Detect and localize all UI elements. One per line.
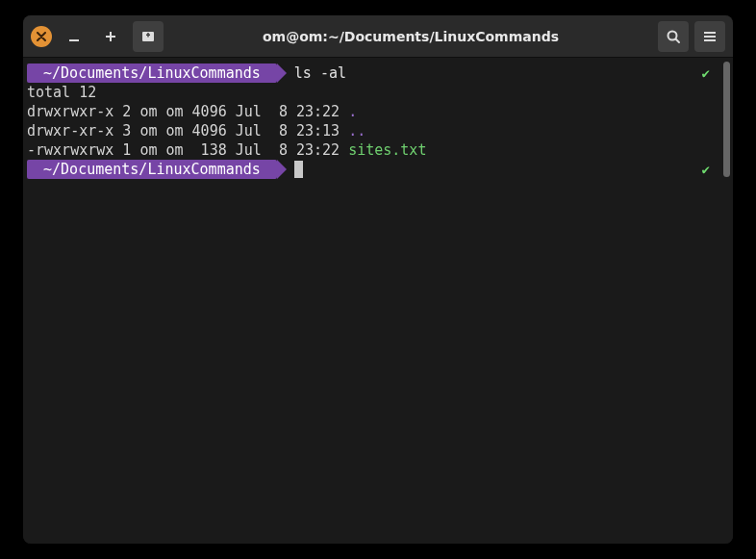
chevron-right-icon	[277, 160, 287, 179]
svg-rect-9	[704, 36, 716, 38]
command-text: ls -al	[294, 64, 346, 83]
svg-rect-10	[704, 39, 716, 41]
search-icon[interactable]	[658, 21, 689, 52]
hamburger-menu-icon[interactable]	[694, 21, 725, 52]
output-line: total 12	[27, 83, 716, 102]
window-title: om@om:~/Documents/LinuxCommands	[171, 29, 650, 44]
maximize-icon[interactable]	[96, 22, 125, 51]
svg-rect-8	[704, 32, 716, 34]
ls-row: -rwxrwxrwx 1 om om 138 Jul 8 23:22 sites…	[27, 140, 716, 160]
svg-rect-2	[106, 36, 115, 38]
terminal-window: om@om:~/Documents/LinuxCommands ~/Docume…	[23, 15, 733, 544]
directory-name: .	[348, 102, 357, 121]
new-tab-icon[interactable]	[133, 21, 164, 52]
svg-line-7	[676, 38, 680, 42]
cursor	[294, 161, 303, 178]
scrollbar[interactable]	[719, 58, 733, 544]
prompt-line: ~/Documents/LinuxCommands ✔	[27, 160, 716, 179]
check-icon: ✔	[702, 160, 710, 179]
svg-rect-5	[147, 33, 149, 38]
prompt-path: ~/Documents/LinuxCommands	[27, 160, 277, 179]
file-name: sites.txt	[348, 140, 426, 160]
titlebar: om@om:~/Documents/LinuxCommands	[23, 15, 733, 58]
prompt-path: ~/Documents/LinuxCommands	[27, 64, 277, 83]
svg-rect-0	[69, 39, 79, 41]
check-icon: ✔	[702, 64, 710, 83]
directory-name: ..	[348, 121, 365, 140]
scrollbar-thumb[interactable]	[723, 62, 730, 177]
chevron-right-icon	[277, 64, 287, 83]
terminal-output[interactable]: ~/Documents/LinuxCommands ls -al✔total 1…	[23, 58, 719, 544]
minimize-icon[interactable]	[60, 22, 88, 51]
ls-row: drwxrwxr-x 2 om om 4096 Jul 8 23:22 .	[27, 102, 716, 121]
ls-row: drwxr-xr-x 3 om om 4096 Jul 8 23:13 ..	[27, 121, 716, 140]
close-icon[interactable]	[31, 26, 52, 47]
prompt-line: ~/Documents/LinuxCommands ls -al✔	[27, 64, 716, 83]
